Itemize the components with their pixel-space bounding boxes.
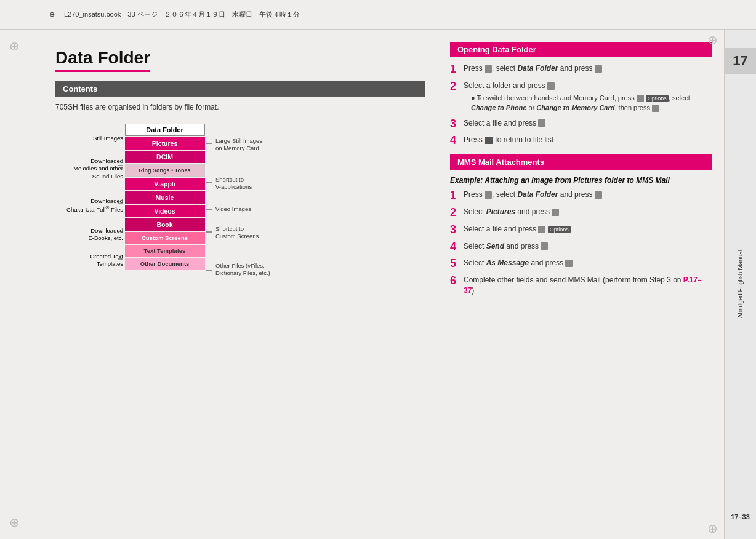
page-title: Data Folder xyxy=(55,48,150,72)
right-sidebar: 17 Abridged English Manual 17–33 xyxy=(724,30,756,539)
bullet-memory-card: ● To switch between handset and Memory C… xyxy=(464,93,712,113)
corner-tr-deco: ⊕ xyxy=(707,33,718,47)
step-num-3: 3 xyxy=(450,118,464,130)
corner-br-deco: ⊕ xyxy=(707,521,718,536)
step-num-1: 1 xyxy=(450,63,464,76)
sidebar-label: Abridged English Manual xyxy=(736,250,745,318)
contents-header: Contents xyxy=(55,81,425,97)
icon-menu-1 xyxy=(485,65,492,73)
step-text-3: Select a file and press xyxy=(464,118,712,129)
page-number: 17–33 xyxy=(731,513,750,521)
mms-step-text-5: Select As Message and press xyxy=(464,258,712,268)
icon-ok-2 xyxy=(547,82,555,90)
folder-other-documents: Other Documents xyxy=(125,258,205,270)
contents-text: 705SH files are organised in folders by … xyxy=(55,103,425,111)
label-still-images: Still Images xyxy=(93,135,123,142)
rlabel-other-files: Other Files (vFiles,Dictionary Files, et… xyxy=(215,262,270,277)
mms-icon-ok-5 xyxy=(565,260,573,267)
left-labels: Still Images DownloadedMelodies and othe… xyxy=(55,124,123,308)
folder-text-templates: Text Templates xyxy=(125,245,205,257)
folder-custom-screens: Custom Screens xyxy=(125,232,205,244)
mms-step-text-2: Select Pictures and press xyxy=(464,207,712,217)
bullet-dot: ● xyxy=(471,94,475,102)
icon-ok-3 xyxy=(538,119,545,127)
mms-step-text-1: Press , select Data Folder and press xyxy=(464,190,712,200)
center-diagram: Data Folder Pictures DCIM Ring Songs • T… xyxy=(123,124,206,308)
mms-step-num-1: 1 xyxy=(450,190,464,202)
rlabel-shortcut-v: Shortcut toV-applications xyxy=(215,176,252,191)
label-ebooks: DownloadedE-Books, etc. xyxy=(89,227,124,242)
opening-step-3: 3 Select a file and press xyxy=(450,118,712,130)
label-downloaded-melodies: DownloadedMelodies and otherSound Files xyxy=(73,158,123,180)
folder-title: Data Folder xyxy=(125,124,205,136)
mms-section: MMS Mail Attachments Example: Attaching … xyxy=(450,154,712,296)
icon-ok-1 xyxy=(595,65,602,73)
folder-vappli: V-appli xyxy=(125,178,205,190)
folder-dcim: DCIM xyxy=(125,151,205,163)
main-content: ⊕ ⊕ Data Folder Contents 705SH files are… xyxy=(0,30,724,539)
opening-header: Opening Data Folder xyxy=(450,42,712,57)
mms-icon-ok-1 xyxy=(595,191,602,199)
folder-music: Music xyxy=(125,191,205,204)
mms-step-6: 6 Complete other fields and send MMS Mai… xyxy=(450,275,712,296)
mms-step-num-5: 5 xyxy=(450,258,464,270)
rlabel-large-still: Large Still Imageson Memory Card xyxy=(215,137,262,153)
options-badge-2: Options xyxy=(548,226,571,233)
folder-videos: Videos xyxy=(125,205,205,217)
mms-step-1: 1 Press , select Data Folder and press xyxy=(450,190,712,202)
folder-pictures: Pictures xyxy=(125,137,205,150)
icon-options-bullet xyxy=(637,95,644,102)
label-chaku-uta: DownloadedChaku-Uta Full® Files xyxy=(66,198,123,214)
folder-diagram: Still Images DownloadedMelodies and othe… xyxy=(55,124,425,308)
mms-icon-ok-2 xyxy=(552,209,559,216)
mms-icon-ok-4 xyxy=(541,242,548,250)
step-num-2: 2 xyxy=(450,81,464,93)
folder-book: Book xyxy=(125,218,205,231)
left-column: ⊕ ⊕ Data Folder Contents 705SH files are… xyxy=(0,30,441,539)
options-badge: Options xyxy=(646,95,669,102)
mms-step-5: 5 Select As Message and press xyxy=(450,258,712,270)
mms-steps: 1 Press , select Data Folder and press 2… xyxy=(450,190,712,296)
mms-step-text-3: Select a file and press Options xyxy=(464,224,712,234)
step-text-2: Select a folder and press ● To switch be… xyxy=(464,81,712,113)
opening-step-1: 1 Press , select Data Folder and press xyxy=(450,63,712,76)
mms-example: Example: Attaching an image from Picture… xyxy=(450,176,712,185)
mms-step-num-2: 2 xyxy=(450,207,464,219)
mms-icon-file xyxy=(538,226,545,233)
step-text-1: Press , select Data Folder and press xyxy=(464,63,712,74)
folder-items: Data Folder Pictures DCIM Ring Songs • T… xyxy=(123,124,206,270)
step-text-4: Press ← to return to file list xyxy=(464,135,712,145)
mms-header: MMS Mail Attachments xyxy=(450,154,712,170)
rlabel-video: Video Images xyxy=(215,206,251,213)
opening-data-folder-section: Opening Data Folder 1 Press , select Dat… xyxy=(450,42,712,147)
header-text: L270_insatsu.book 33 ページ ２０６年４月１９日 水曜日 午… xyxy=(64,10,300,19)
mms-icon-menu-1 xyxy=(485,191,492,199)
right-labels: Large Still Imageson Memory Card Shortcu… xyxy=(206,124,311,308)
mms-step-num-4: 4 xyxy=(450,241,464,254)
mms-step-4: 4 Select Send and press xyxy=(450,241,712,254)
folder-ring: Ring Songs • Tones xyxy=(125,164,205,177)
rlabel-shortcut-custom: Shortcut toCustom Screens xyxy=(215,225,259,241)
mms-step-num-6: 6 xyxy=(450,275,464,287)
mms-step-num-3: 3 xyxy=(450,224,464,236)
chapter-number: 17 xyxy=(725,48,756,74)
corner-tl-deco: ⊕ xyxy=(9,39,20,54)
right-column: ⊕ ⊕ Opening Data Folder 1 Press , select… xyxy=(441,30,724,539)
step-num-4: 4 xyxy=(450,135,464,147)
corner-bl-deco: ⊕ xyxy=(9,515,20,530)
opening-steps: 1 Press , select Data Folder and press 2… xyxy=(450,63,712,147)
opening-step-2: 2 Select a folder and press ● To switch … xyxy=(450,81,712,113)
label-created-text: Created TextTemplates xyxy=(90,253,123,268)
opening-step-4: 4 Press ← to return to file list xyxy=(450,135,712,147)
icon-back: ← xyxy=(485,137,493,144)
mms-step-2: 2 Select Pictures and press xyxy=(450,207,712,219)
header-circle-left: ⊕ xyxy=(49,10,55,18)
icon-ok-bullet xyxy=(652,105,659,112)
page-header: ⊕ L270_insatsu.book 33 ページ ２０６年４月１９日 水曜日… xyxy=(0,0,756,30)
mms-step-text-6: Complete other fields and send MMS Mail … xyxy=(464,275,712,296)
page-ref: P.17–37 xyxy=(464,276,702,295)
mms-step-3: 3 Select a file and press Options xyxy=(450,224,712,236)
mms-step-text-4: Select Send and press xyxy=(464,241,712,252)
